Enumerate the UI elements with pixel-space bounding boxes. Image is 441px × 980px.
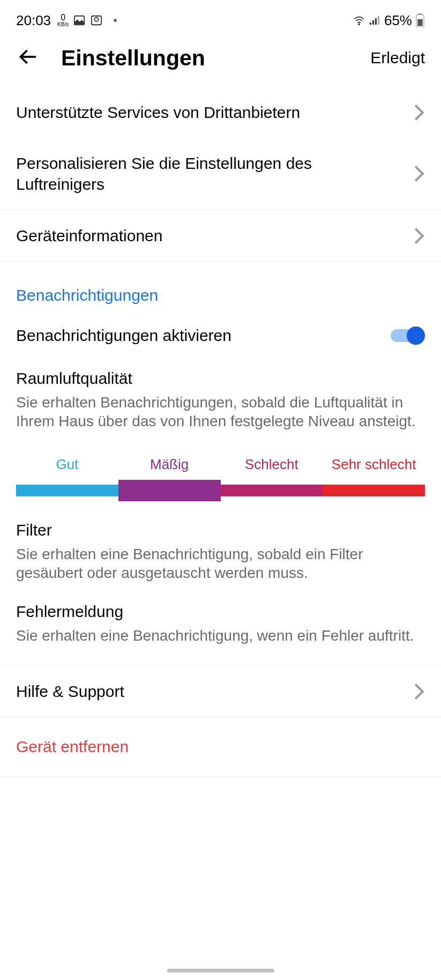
filter-title: Filter xyxy=(16,521,425,539)
remove-device-button[interactable]: Gerät entfernen xyxy=(0,717,441,776)
item-label: Hilfe & Support xyxy=(16,681,135,702)
quality-label-good[interactable]: Gut xyxy=(16,456,118,473)
status-left: 20:03 0 KB/s xyxy=(16,12,117,29)
quality-segment-good xyxy=(16,485,118,496)
quality-level-bar[interactable] xyxy=(16,485,425,496)
battery-percent: 65% xyxy=(384,12,412,29)
svg-rect-6 xyxy=(375,18,377,25)
enable-notifications-label: Benachrichtigungen aktivieren xyxy=(16,325,242,346)
toggle-thumb xyxy=(407,326,425,345)
signal-icon xyxy=(369,15,381,26)
error-title: Fehlermeldung xyxy=(16,603,425,621)
quality-label-bad[interactable]: Schlecht xyxy=(221,456,323,473)
air-quality-title: Raumluftqualität xyxy=(16,369,425,388)
svg-rect-10 xyxy=(417,19,422,26)
chevron-right-icon xyxy=(413,682,425,701)
divider xyxy=(0,776,441,777)
svg-point-2 xyxy=(95,18,99,21)
air-quality-desc: Sie erhalten Benachrichtigungen, sobald … xyxy=(16,393,425,430)
data-rate-indicator: 0 KB/s xyxy=(57,13,69,27)
help-support-item[interactable]: Hilfe & Support xyxy=(0,666,441,717)
filter-desc: Sie erhalten eine Benachrichtigung, soba… xyxy=(16,545,425,582)
back-button[interactable] xyxy=(16,45,40,71)
status-time: 20:03 xyxy=(16,12,51,29)
battery-icon xyxy=(415,13,425,27)
camera-icon xyxy=(90,14,103,26)
quality-level-labels: Gut Mäßig Schlecht Sehr schlecht xyxy=(16,456,425,473)
svg-point-3 xyxy=(358,24,360,25)
svg-rect-5 xyxy=(372,20,374,25)
item-label: Geräteinformationen xyxy=(16,225,174,246)
filter-block: Filter Sie erhalten eine Benachrichtigun… xyxy=(0,513,441,582)
notification-dot xyxy=(114,19,117,22)
enable-notifications-row: Benachrichtigungen aktivieren xyxy=(0,317,441,357)
svg-rect-7 xyxy=(378,16,379,25)
quality-segment-moderate-selected xyxy=(118,480,221,501)
status-right: 65% xyxy=(352,12,425,29)
item-label: Personalisieren Sie die Einstellungen de… xyxy=(16,153,413,195)
air-quality-block: Raumluftqualität Sie erhalten Benachrich… xyxy=(0,357,441,473)
error-desc: Sie erhalten eine Benachrichtigung, wenn… xyxy=(16,626,425,645)
page-title: Einstellungen xyxy=(61,46,349,71)
home-indicator[interactable] xyxy=(167,969,274,972)
quality-label-moderate[interactable]: Mäßig xyxy=(118,456,221,473)
enable-notifications-toggle[interactable] xyxy=(391,326,425,345)
arrow-left-icon xyxy=(18,47,38,66)
status-bar: 20:03 0 KB/s 65% xyxy=(0,0,441,32)
wifi-icon xyxy=(352,14,366,26)
quality-segment-very-bad xyxy=(323,485,425,496)
device-info-item[interactable]: Geräteinformationen xyxy=(0,210,441,261)
error-block: Fehlermeldung Sie erhalten eine Benachri… xyxy=(0,582,441,665)
notifications-section-header: Benachrichtigungen xyxy=(0,262,441,317)
item-label: Unterstützte Services von Drittanbietern xyxy=(16,102,311,123)
image-icon xyxy=(73,14,86,26)
header: Einstellungen Erledigt xyxy=(0,32,441,87)
chevron-right-icon xyxy=(413,165,425,183)
done-button[interactable]: Erledigt xyxy=(370,49,425,67)
quality-label-very-bad[interactable]: Sehr schlecht xyxy=(323,456,425,473)
svg-rect-4 xyxy=(370,23,371,25)
third-party-services-item[interactable]: Unterstützte Services von Drittanbietern xyxy=(0,87,441,138)
quality-segment-bad xyxy=(221,485,323,496)
chevron-right-icon xyxy=(413,103,425,122)
personalize-settings-item[interactable]: Personalisieren Sie die Einstellungen de… xyxy=(0,138,441,210)
chevron-right-icon xyxy=(413,227,425,245)
